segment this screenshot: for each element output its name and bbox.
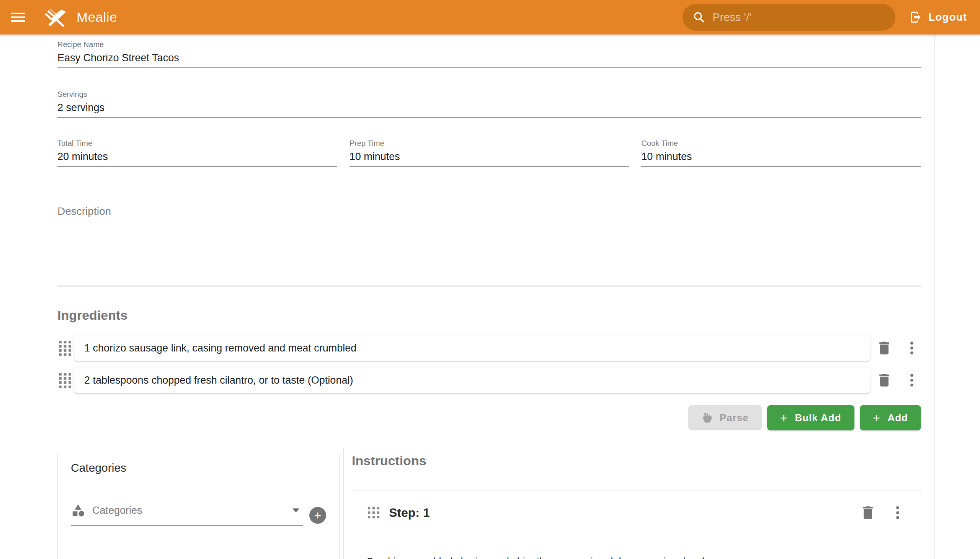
total-time-field: Total Time bbox=[58, 139, 337, 167]
search-input[interactable] bbox=[712, 11, 886, 24]
categories-column: Categories Categories + bbox=[58, 448, 340, 559]
servings-input[interactable] bbox=[58, 101, 921, 114]
add-ingredient-button[interactable]: + Add bbox=[860, 405, 921, 430]
trash-icon bbox=[876, 340, 893, 356]
app-header: Mealie Logout bbox=[0, 0, 980, 35]
recipe-name-field: Recipe Name bbox=[58, 40, 921, 68]
ingredient-row bbox=[58, 367, 921, 393]
trash-icon bbox=[876, 372, 893, 389]
ingredient-card bbox=[74, 367, 870, 393]
ingredient-actions: Parse + Bulk Add + Add bbox=[58, 405, 921, 430]
bulk-add-label: Bulk Add bbox=[795, 412, 841, 424]
kebab-menu-icon bbox=[904, 372, 920, 389]
categories-card-title: Categories bbox=[58, 452, 339, 483]
ingredients-list bbox=[58, 336, 921, 393]
delete-ingredient-button[interactable] bbox=[875, 339, 894, 357]
parse-label: Parse bbox=[720, 412, 749, 424]
apple-icon bbox=[701, 412, 714, 424]
add-label: Add bbox=[887, 412, 908, 424]
step-menu-button[interactable] bbox=[889, 503, 907, 522]
prep-time-field: Prep Time bbox=[350, 139, 630, 167]
prep-time-input[interactable] bbox=[350, 150, 630, 163]
categories-select-row: Categories + bbox=[71, 503, 326, 526]
step-card: Step: 1 Combine crumbled chorizo and chi… bbox=[352, 490, 921, 559]
categories-card: Categories Categories + bbox=[58, 452, 340, 559]
delete-step-button[interactable] bbox=[859, 503, 877, 522]
shapes-icon bbox=[71, 503, 85, 518]
drag-handle-icon[interactable] bbox=[58, 339, 73, 357]
parse-button[interactable]: Parse bbox=[688, 405, 762, 430]
description-label: Description bbox=[58, 205, 921, 218]
add-category-button[interactable]: + bbox=[309, 507, 326, 524]
description-textarea[interactable] bbox=[58, 218, 921, 286]
recipe-editor: Recipe Name Servings Total Time Prep Tim… bbox=[0, 35, 980, 559]
recipe-name-label: Recipe Name bbox=[58, 40, 921, 49]
cook-time-label: Cook Time bbox=[641, 139, 921, 148]
menu-icon[interactable] bbox=[11, 8, 29, 26]
total-time-input[interactable] bbox=[58, 150, 337, 163]
plus-icon: + bbox=[873, 411, 881, 424]
ingredient-input[interactable] bbox=[84, 374, 860, 386]
categories-select-label: Categories bbox=[92, 504, 293, 516]
logout-label: Logout bbox=[928, 11, 967, 23]
step-instruction-text[interactable]: Combine crumbled chorizo and chipotle pe… bbox=[366, 555, 907, 559]
cook-time-field: Cook Time bbox=[641, 139, 921, 167]
ingredients-section-title: Ingredients bbox=[58, 307, 921, 323]
app-title: Mealie bbox=[76, 10, 117, 25]
recipe-name-input[interactable] bbox=[58, 51, 921, 64]
cook-time-input[interactable] bbox=[641, 150, 921, 163]
categories-select[interactable]: Categories bbox=[71, 503, 303, 526]
servings-label: Servings bbox=[58, 89, 921, 99]
ingredient-card bbox=[74, 336, 870, 361]
kebab-menu-icon bbox=[904, 340, 920, 356]
logout-icon bbox=[909, 11, 922, 24]
description-field[interactable]: Description bbox=[58, 205, 921, 286]
bottom-section: Categories Categories + bbox=[58, 448, 921, 559]
plus-icon: + bbox=[314, 509, 322, 521]
plus-icon: + bbox=[780, 411, 788, 424]
step-header: Step: 1 bbox=[366, 503, 907, 522]
chevron-down-icon bbox=[293, 508, 299, 512]
prep-time-label: Prep Time bbox=[350, 139, 630, 148]
ingredient-menu-button[interactable] bbox=[903, 371, 921, 389]
step-title: Step: 1 bbox=[389, 506, 859, 520]
times-row: Total Time Prep Time Cook Time bbox=[58, 139, 921, 167]
ingredient-menu-button[interactable] bbox=[903, 339, 921, 357]
drag-handle-icon[interactable] bbox=[58, 371, 73, 389]
search-icon bbox=[692, 11, 706, 24]
search-box[interactable] bbox=[683, 4, 896, 31]
delete-ingredient-button[interactable] bbox=[875, 371, 894, 389]
instructions-section-title: Instructions bbox=[352, 453, 921, 469]
ingredient-input[interactable] bbox=[84, 342, 860, 354]
instructions-column: Instructions Step: 1 bbox=[344, 448, 921, 559]
servings-field: Servings bbox=[58, 89, 921, 118]
total-time-label: Total Time bbox=[58, 139, 337, 148]
bulk-add-button[interactable]: + Bulk Add bbox=[767, 405, 854, 430]
ingredient-row bbox=[58, 336, 921, 361]
drag-handle-icon[interactable] bbox=[366, 505, 381, 520]
mealie-logo-icon bbox=[44, 5, 69, 30]
kebab-menu-icon bbox=[889, 504, 906, 521]
categories-divider bbox=[59, 483, 339, 483]
trash-icon bbox=[859, 504, 876, 521]
logout-button[interactable]: Logout bbox=[909, 11, 967, 24]
